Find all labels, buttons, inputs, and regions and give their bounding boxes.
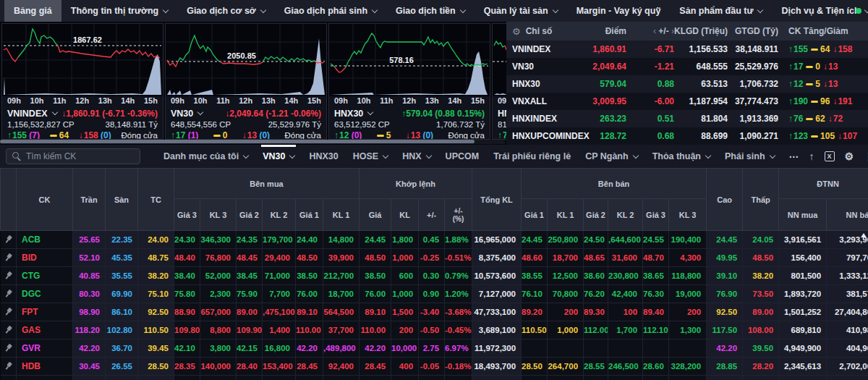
col-cao[interactable]: Cao [707,169,743,231]
ask-volume-1[interactable]: 264,700 [548,358,584,376]
bid-volume-3[interactable]: 260,400 [200,376,237,380]
index-panel-vnindex[interactable]: 1867.62 09h10h11h12h13h14h15h VNINDEX ↓1… [1,23,163,140]
bid-volume-1[interactable]: 37,700 [323,321,359,339]
bid-price-1[interactable]: 38.50 [296,267,323,285]
ticker-cell[interactable]: GVR [17,339,73,358]
ask-price-2[interactable]: 29.35 [584,376,608,380]
search-input[interactable] [26,151,135,161]
ask-price-1[interactable]: 89.20 [522,303,548,321]
bid-volume-3[interactable]: 52,000 [200,267,237,285]
bid-price-1[interactable]: 42.20 [296,339,323,358]
col-gia-khop[interactable]: Giá [359,199,391,231]
bid-price-3[interactable]: 88.90 [174,303,200,321]
settings-icon[interactable]: ⚙ [845,151,854,161]
ask-volume-3[interactable]: 911,000 [669,376,707,380]
col-b-kl1[interactable]: KL 1 [548,199,584,231]
bid-volume-1[interactable]: 18,700 [323,285,359,303]
bid-volume-3[interactable]: 76,800 [200,249,237,267]
col-b-gia1[interactable]: Giá 1 [522,199,548,231]
top-nav-item[interactable]: Sản phẩm đầu tư [670,0,772,22]
ask-volume-2[interactable]: 31,600 [608,249,643,267]
scroll-up-arrow[interactable] [861,233,867,237]
bid-volume-3[interactable]: 8,800 [200,321,237,339]
ask-volume-1[interactable]: 70,800 [548,285,584,303]
ask-price-1[interactable] [522,339,548,358]
col-nn-mua[interactable]: NN mua [779,199,827,231]
bid-price-2[interactable]: 24.35 [237,231,263,249]
bid-price-2[interactable]: 28.40 [237,358,263,376]
index-name[interactable]: VN30 [171,109,203,119]
ask-volume-1[interactable]: 250,800 [548,231,584,249]
bid-price-3[interactable]: 24.30 [174,231,200,249]
ask-price-1[interactable]: 110.50 [522,321,548,339]
stock-row-hpg[interactable]: HPG 30.25 26.35 28.3029.15260,40029.2042… [1,376,868,380]
bid-price-3[interactable]: 29.15 [174,376,200,380]
tab-hnx30[interactable]: HNX30 [302,145,345,168]
matched-price[interactable]: 48.50 [359,249,391,267]
bid-price-2[interactable]: 75.90 [237,285,263,303]
ask-price-2[interactable]: 89.30 [584,303,608,321]
index-row-hnxindex[interactable]: HNXINDEX 263.23 0.51 81.804 1,913.369 ↑ … [506,110,868,127]
top-nav-item[interactable]: Margin - Vay ký quỹ [567,0,671,22]
bid-volume-2[interactable]: 1,400 [263,321,296,339]
ask-volume-3[interactable]: 1,300 [669,321,707,339]
index-name[interactable]: HNX30 [334,109,373,119]
bid-volume-1[interactable]: 92,400 [323,358,359,376]
stock-row-acb[interactable]: ACB 25.65 22.35 24.0024.30346,30024.3517… [1,231,868,249]
col-gia3[interactable]: Giá 3 [174,199,200,231]
stock-row-hdb[interactable]: HDB 30.45 26.55 28.5028.35140,00028.4015… [1,358,868,376]
col-tran[interactable]: Trần [73,169,106,231]
ask-volume-3[interactable]: 4,300 [669,249,707,267]
bid-price-3[interactable]: 75.80 [174,285,200,303]
ask-price-1[interactable]: 24.45 [522,231,548,249]
bid-volume-1[interactable]: 212,700 [323,267,359,285]
tab-tr-i-phi-u-ri-ng-l-[interactable]: Trái phiếu riêng lẻ [486,145,578,168]
ask-volume-2[interactable]: 727,200 [608,376,643,380]
ask-price-3[interactable]: 28.60 [643,358,669,376]
col-kl-khop[interactable]: KL [391,199,419,231]
pin-icon[interactable] [3,342,14,352]
ticker-cell[interactable]: HDB [17,358,73,376]
col-b-gia3[interactable]: Giá 3 [643,199,669,231]
ask-volume-2[interactable]: 42,400 [608,285,643,303]
matched-price[interactable]: 76.00 [359,285,391,303]
ask-volume-3[interactable]: 328,200 [669,358,707,376]
ask-price-3[interactable] [643,339,669,358]
col-chg[interactable]: +/- [419,199,445,231]
matched-price[interactable]: 42.20 [359,339,391,358]
top-nav-item[interactable]: Giao dịch cơ sở [177,0,275,22]
bid-volume-3[interactable]: 140,000 [200,358,237,376]
col-kl2[interactable]: KL 2 [263,199,296,231]
ask-price-1[interactable]: 48.60 [522,249,548,267]
charts-horizontal-scrollbar[interactable] [0,140,505,144]
col-gia1[interactable]: Giá 1 [296,199,323,231]
bid-price-1[interactable]: 76.00 [296,285,323,303]
ask-volume-2[interactable]: 246,500 [608,358,643,376]
ask-volume-2[interactable]: ,644,600 [608,231,643,249]
ask-volume-1[interactable]: 18,700 [548,249,584,267]
bid-price-1[interactable]: 29.25 [296,376,323,380]
ask-volume-2[interactable]: 230,800 [608,267,643,285]
pin-icon[interactable] [3,287,14,298]
col-kl1[interactable]: KL 1 [323,199,359,231]
bid-price-3[interactable]: 42.10 [174,339,200,358]
ask-volume-2[interactable]: 100 [608,303,643,321]
stock-row-ctg[interactable]: CTG 40.85 35.55 38.2038.4052,00038.4571,… [1,267,868,285]
ask-price-1[interactable]: 29.30 [522,376,548,380]
ask-price-2[interactable] [584,339,608,358]
bid-volume-3[interactable]: 3,800 [200,339,237,358]
pin-icon[interactable] [3,233,14,244]
top-nav-item[interactable]: Giao dịch phái sinh [275,0,386,22]
matched-price[interactable]: 28.45 [359,358,391,376]
bid-volume-3[interactable]: 346,300 [200,231,237,249]
bid-price-2[interactable]: 109.90 [237,321,263,339]
bid-price-1[interactable]: 28.45 [296,358,323,376]
ticker-cell[interactable]: GAS [17,321,73,339]
bid-volume-2[interactable]: 153,400 [263,358,296,376]
excel-export-icon[interactable]: X [825,151,835,161]
col-san[interactable]: Sàn [106,169,138,231]
more-icon[interactable]: ⋯ [789,151,799,161]
ask-price-2[interactable]: 112.00 [584,321,608,339]
top-nav-item[interactable]: Quản lý tài sản [475,0,567,22]
index-row-vnindex[interactable]: VNINDEX 1,860.91 -6.71 1,156.533 38,148.… [506,41,868,58]
